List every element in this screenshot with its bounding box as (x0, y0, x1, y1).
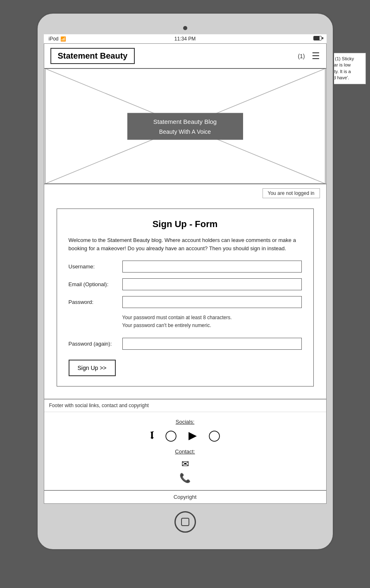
hero-blog-title: Statement Beauty Blog (140, 118, 231, 125)
contact-title: Contact: (44, 448, 326, 455)
username-input[interactable] (122, 261, 302, 273)
navbar-right: (1) ☰ (298, 51, 320, 62)
form-title: Sign Up - Form (69, 219, 302, 230)
wifi-icon: 📶 (60, 36, 66, 42)
password-hints: Your password must contain at least 8 ch… (122, 314, 302, 330)
status-left: iPod 📶 (49, 36, 66, 42)
social-icons-row: 𝖑 ◯ ▶ ◯ (44, 429, 326, 442)
github-icon[interactable]: ◯ (208, 429, 220, 442)
navbar-logo: Statement Beauty (50, 48, 135, 64)
hamburger-menu-icon[interactable]: ☰ (312, 51, 320, 62)
username-field-row: Username: (69, 261, 302, 273)
password-again-label: Password (again): (69, 341, 122, 347)
battery-icon (313, 36, 322, 42)
password-again-input[interactable] (122, 338, 302, 350)
status-time: 11:34 PM (174, 36, 196, 42)
email-input[interactable] (122, 278, 302, 290)
email-icon[interactable]: ✉ (181, 459, 189, 469)
password-hint-1: Your password must contain at least 8 ch… (122, 314, 302, 322)
footer-content: Socials: 𝖑 ◯ ▶ ◯ Contact: ✉ 📞 (44, 412, 326, 490)
form-description: Welcome to the Statement Beauty blog. Wh… (69, 236, 302, 252)
contact-icons: ✉ 📞 (44, 459, 326, 484)
not-logged-in-badge: You are not logged in (263, 188, 320, 198)
socials-title: Socials: (44, 419, 326, 425)
signup-submit-button[interactable]: Sign Up >> (69, 360, 116, 376)
navbar-badge: (1) (298, 53, 305, 59)
password-label: Password: (69, 299, 122, 305)
form-container: Sign Up - Form Welcome to the Statement … (44, 202, 326, 399)
device-frame: iPod 📶 11:34 PM Statement Beauty (1) ☰ (36, 12, 334, 550)
signup-form-box: Sign Up - Form Welcome to the Statement … (57, 209, 314, 386)
username-label: Username: (69, 263, 122, 270)
password-hint-2: Your password can't be entirely numeric. (122, 322, 302, 330)
page-wrapper: Note (1) Sticky navbar is low priority. … (0, 8, 370, 588)
instagram-icon[interactable]: ◯ (165, 429, 177, 442)
youtube-icon[interactable]: ▶ (189, 429, 197, 442)
footer: Footer with social links, contact and co… (44, 399, 326, 503)
home-button-inner (181, 518, 189, 526)
device-name: iPod (49, 36, 59, 42)
email-field-row: Email (Optional): (69, 278, 302, 290)
home-button[interactable] (174, 511, 196, 533)
auth-status-bar: You are not logged in (44, 184, 326, 202)
status-bar: iPod 📶 11:34 PM (44, 34, 327, 43)
phone-icon[interactable]: 📞 (179, 473, 191, 484)
contact-section: Contact: ✉ 📞 (44, 448, 326, 484)
hero-section: Statement Beauty Blog Beauty With A Voic… (44, 69, 326, 184)
camera-dot (183, 26, 187, 30)
copyright-bar: Copyright (44, 490, 326, 503)
password-field-row: Password: (69, 296, 302, 308)
password-again-field-row: Password (again): (69, 338, 302, 350)
footer-label: Footer with social links, contact and co… (44, 399, 326, 412)
email-label: Email (Optional): (69, 281, 122, 287)
facebook-icon[interactable]: 𝖑 (150, 429, 153, 442)
hero-tagline: Beauty With A Voice (140, 128, 231, 135)
password-input[interactable] (122, 296, 302, 308)
hero-overlay: Statement Beauty Blog Beauty With A Voic… (127, 113, 243, 140)
screen: Statement Beauty (1) ☰ Statement Beauty … (44, 43, 327, 504)
navbar: Statement Beauty (1) ☰ (44, 44, 326, 69)
